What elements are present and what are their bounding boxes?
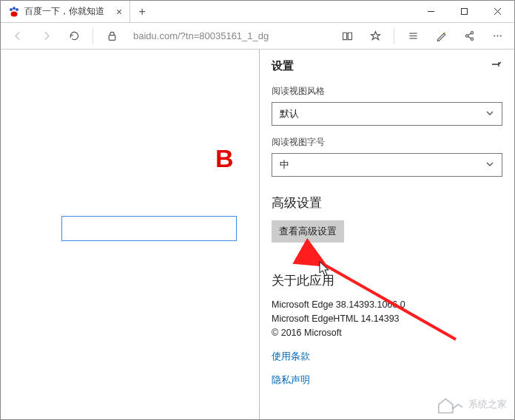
back-button[interactable] [5, 25, 30, 47]
titlebar: 百度一下，你就知道 × + [1, 1, 514, 23]
favorites-star-icon[interactable] [363, 25, 388, 47]
about-version-edgehtml: Microsoft EdgeHTML 14.14393 [272, 312, 502, 326]
window-controls [414, 1, 514, 22]
advanced-settings-heading: 高级设置 [272, 194, 502, 211]
settings-title: 设置 [272, 59, 294, 73]
svg-line-17 [468, 33, 471, 35]
watermark-text: 系统之家 [468, 398, 507, 411]
svg-point-13 [443, 32, 445, 33]
reading-font-label: 阅读视图字号 [272, 136, 502, 149]
svg-point-3 [11, 11, 18, 16]
reading-style-value: 默认 [280, 107, 299, 121]
about-copyright: © 2016 Microsoft [272, 326, 502, 340]
svg-point-19 [494, 35, 495, 36]
about-heading: 关于此应用 [272, 272, 502, 289]
refresh-button[interactable] [61, 25, 87, 47]
svg-rect-5 [462, 9, 468, 15]
chevron-down-icon [485, 160, 494, 171]
reading-style-select[interactable]: 默认 [272, 102, 502, 126]
maximize-button[interactable] [448, 1, 481, 22]
toolbar: baidu.com/?tn=80035161_1_dg [1, 23, 514, 50]
more-icon[interactable] [485, 25, 510, 47]
tab-title: 百度一下，你就知道 [24, 5, 104, 18]
forward-button[interactable] [33, 25, 58, 47]
baidu-logo: B [215, 144, 233, 173]
svg-point-0 [10, 8, 13, 11]
web-note-icon[interactable] [428, 25, 454, 47]
about-version-edge: Microsoft Edge 38.14393.1066.0 [272, 298, 502, 312]
svg-point-21 [499, 35, 501, 36]
svg-point-20 [497, 35, 498, 36]
hub-icon[interactable] [400, 25, 425, 47]
reading-view-icon[interactable] [334, 25, 360, 47]
svg-point-2 [16, 8, 18, 11]
svg-line-18 [468, 36, 471, 38]
terms-link[interactable]: 使用条款 [272, 350, 502, 363]
baidu-favicon-icon [8, 6, 20, 18]
reading-style-label: 阅读视图风格 [272, 85, 502, 98]
search-input[interactable] [61, 216, 237, 241]
share-icon[interactable] [457, 25, 482, 47]
tab-close-icon[interactable]: × [116, 6, 122, 18]
address-bar[interactable]: baidu.com/?tn=80035161_1_dg [127, 30, 331, 41]
settings-panel: 设置 阅读视图风格 默认 阅读视图字号 中 高级设置 查看高级设置 关于此应用 … [259, 50, 514, 419]
reading-font-value: 中 [280, 158, 289, 172]
reading-font-select[interactable]: 中 [272, 153, 502, 177]
lock-icon[interactable] [99, 25, 124, 47]
svg-point-1 [13, 7, 16, 10]
svg-rect-8 [109, 35, 115, 41]
minimize-button[interactable] [414, 1, 448, 22]
privacy-link[interactable]: 隐私声明 [272, 373, 502, 387]
browser-tab[interactable]: 百度一下，你就知道 × [1, 1, 130, 22]
watermark: 系统之家 [436, 394, 507, 415]
chevron-down-icon [485, 109, 494, 120]
view-advanced-settings-button[interactable]: 查看高级设置 [272, 220, 344, 243]
close-window-button[interactable] [481, 1, 514, 22]
pin-icon[interactable] [491, 58, 502, 73]
svg-marker-9 [371, 32, 380, 40]
page-content: B 设置 阅读视图风格 默认 阅读视图字号 中 高级设置 查看高级设置 关于此应… [1, 50, 514, 419]
new-tab-button[interactable]: + [130, 1, 154, 22]
